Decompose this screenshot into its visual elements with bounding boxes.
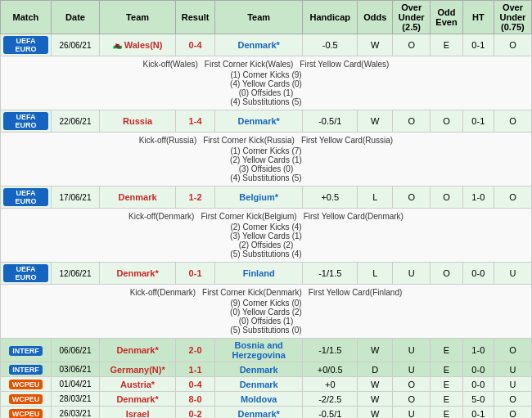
odds-result: L	[358, 263, 393, 285]
detail-line: (5) Substitutions (4)	[5, 249, 527, 258]
table-row: INTERF 06/06/21 Denmark* 2-0 Bosnia and …	[1, 339, 532, 362]
detail-kickoff: Kick-off(Denmark)	[128, 212, 194, 221]
handicap-value: +0	[303, 377, 358, 392]
detail-cell: Kick-off(Denmark) First Corner Kick(Belg…	[1, 209, 532, 263]
ht-score: 1-0	[462, 339, 494, 362]
detail-row: Kick-off(Denmark) First Corner Kick(Denm…	[1, 285, 532, 339]
match-score: 0-4	[175, 34, 214, 56]
detail-cell: Kick-off(Russia) First Corner Kick(Russi…	[1, 133, 532, 187]
match-league: UEFA EURO	[1, 34, 52, 56]
over-under-value: U	[393, 362, 431, 377]
match-date: 06/06/21	[51, 339, 99, 362]
match-score: 1-2	[175, 187, 214, 209]
detail-yellow: First Yellow Card(Russia)	[301, 136, 393, 145]
detail-line: (3) Yellow Cards (1)	[5, 231, 527, 240]
match-score: 2-0	[175, 339, 214, 362]
team-away: Denmark*	[215, 34, 303, 56]
match-league: WCPEU	[1, 377, 52, 392]
detail-line: (2) Corner Kicks (4)	[5, 222, 527, 231]
detail-kickoff: Kick-off(Wales)	[143, 60, 198, 69]
over-under-value: O	[393, 187, 431, 209]
detail-corner: First Corner Kick(Russia)	[203, 136, 295, 145]
match-league: INTERF	[1, 362, 52, 377]
detail-line: (9) Corner Kicks (0)	[5, 299, 527, 308]
match-score: 1-1	[175, 362, 214, 377]
match-date: 26/03/21	[51, 407, 99, 419]
col-odds: Odds	[358, 1, 393, 34]
detail-cell: Kick-off(Wales) First Corner Kick(Wales)…	[1, 56, 532, 110]
odd-even-value: O	[431, 110, 463, 133]
league-badge: WCPEU	[9, 394, 43, 404]
col-over-under-075: Over Under (0.75)	[494, 1, 531, 34]
league-badge: WCPEU	[9, 409, 43, 418]
team-away: Denmark*	[215, 110, 303, 133]
league-badge: INTERF	[9, 346, 43, 356]
odd-even-value: E	[431, 34, 463, 56]
over-under-value: O	[393, 392, 431, 407]
match-league: WCPEU	[1, 392, 52, 407]
detail-line: (0) Offsides (1)	[5, 317, 527, 326]
team-home: Denmark*	[100, 339, 176, 362]
detail-cell: Kick-off(Denmark) First Corner Kick(Denm…	[1, 285, 532, 339]
over-under-value: U	[393, 407, 431, 419]
match-date: 22/06/21	[51, 110, 99, 133]
team-away: Belgium*	[215, 187, 303, 209]
ht-score: 0-1	[462, 407, 494, 419]
team-home: Germany(N)*	[100, 362, 176, 377]
team-away: Moldova	[215, 392, 303, 407]
team-away: Denmark	[215, 362, 303, 377]
detail-row: Kick-off(Wales) First Corner Kick(Wales)…	[1, 56, 532, 110]
detail-yellow: First Yellow Card(Finland)	[309, 288, 403, 297]
handicap-value: +0.5	[303, 187, 358, 209]
match-date: 17/06/21	[51, 187, 99, 209]
match-score: 0-4	[175, 377, 214, 392]
over-under-value: O	[393, 377, 431, 392]
match-league: UEFA EURO	[1, 187, 52, 209]
detail-line: (1) Corner Kicks (9)	[5, 70, 527, 79]
main-table: Match Date Team Result Team Handicap Odd…	[0, 0, 532, 418]
odd-even-value: E	[431, 407, 463, 419]
odds-result: L	[358, 187, 393, 209]
match-score: 8-0	[175, 392, 214, 407]
team-away: Bosnia and Herzegovina	[215, 339, 303, 362]
team-home: Israel	[100, 407, 176, 419]
handicap-value: -1/1.5	[303, 263, 358, 285]
table-row: WCPEU 26/03/21 Israel 0-2 Denmark* -0.5/…	[1, 407, 532, 419]
handicap-value: +0/0.5	[303, 362, 358, 377]
team-home: Denmark	[100, 187, 176, 209]
table-row: UEFA EURO 26/06/21 🏴󠁧󠁢󠁷󠁬󠁳󠁿 Wales(N) 0-4 …	[1, 34, 532, 56]
handicap-value: -1/1.5	[303, 339, 358, 362]
odds-result: W	[358, 110, 393, 133]
ht-score: 1-0	[462, 187, 494, 209]
odds-result: W	[358, 34, 393, 56]
over-under-075-value: O	[494, 34, 531, 56]
handicap-value: -0.5/1	[303, 407, 358, 419]
odd-even-value: O	[431, 187, 463, 209]
over-under-075-value: O	[494, 187, 531, 209]
table-row: WCPEU 01/04/21 Austria* 0-4 Denmark +0 W…	[1, 377, 532, 392]
detail-corner: First Corner Kick(Denmark)	[202, 288, 302, 297]
match-league: UEFA EURO	[1, 110, 52, 133]
detail-row: Kick-off(Russia) First Corner Kick(Russi…	[1, 133, 532, 187]
ht-score: 0-0	[462, 377, 494, 392]
team-away: Denmark*	[215, 407, 303, 419]
detail-line: (2) Yellow Cards (1)	[5, 155, 527, 164]
match-date: 12/06/21	[51, 263, 99, 285]
over-under-value: O	[393, 34, 431, 56]
detail-line: (0) Offsides (1)	[5, 88, 527, 97]
detail-kickoff: Kick-off(Russia)	[139, 136, 196, 145]
odd-even-value: E	[431, 377, 463, 392]
odd-even-value: E	[431, 392, 463, 407]
over-under-075-value: O	[494, 110, 531, 133]
table-row: UEFA EURO 17/06/21 Denmark 1-2 Belgium* …	[1, 187, 532, 209]
league-badge: WCPEU	[9, 380, 43, 389]
league-badge: UEFA EURO	[3, 188, 48, 206]
detail-line: (4) Substitutions (5)	[5, 173, 527, 182]
over-under-075-value: O	[494, 392, 531, 407]
team-home: Austria*	[100, 377, 176, 392]
over-under-075-value: O	[494, 339, 531, 362]
team-home: Denmark*	[100, 263, 176, 285]
detail-line: (1) Corner Kicks (7)	[5, 146, 527, 155]
handicap-value: -2/2.5	[303, 392, 358, 407]
match-league: INTERF	[1, 339, 52, 362]
